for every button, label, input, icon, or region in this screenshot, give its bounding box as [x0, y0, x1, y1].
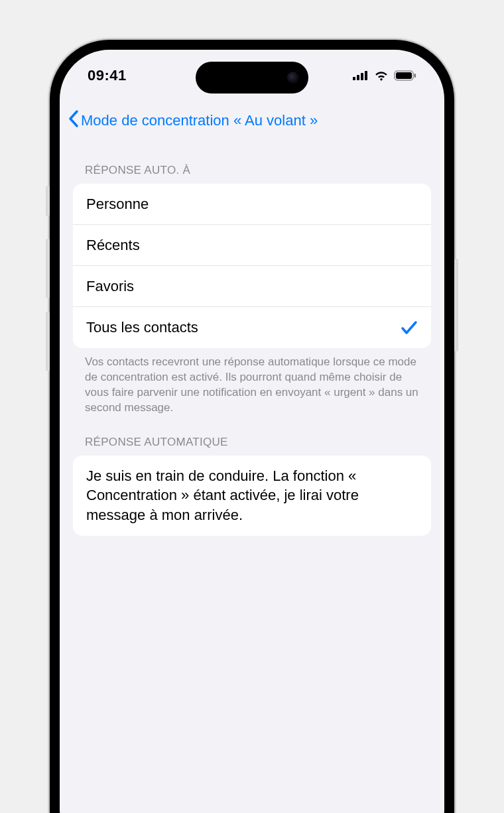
volume-up-button: [46, 239, 50, 298]
option-personne[interactable]: Personne: [73, 184, 431, 225]
status-time: 09:41: [88, 67, 127, 84]
silent-switch: [46, 186, 50, 216]
back-label: Mode de concentration « Au volant »: [81, 112, 318, 129]
section-header-reply-to: RÉPONSE AUTO. À: [73, 149, 431, 184]
section-header-auto-reply: RÉPONSE AUTOMATIQUE: [73, 421, 431, 456]
volume-down-button: [46, 312, 50, 371]
iphone-frame: 09:41: [50, 40, 454, 813]
back-button[interactable]: Mode de concentration « Au volant »: [68, 109, 318, 132]
stage: 09:41: [0, 0, 504, 813]
section-footer-reply-to: Vos contacts recevront une réponse autom…: [73, 348, 431, 421]
option-tous-les-contacts[interactable]: Tous les contacts: [73, 307, 431, 348]
svg-rect-5: [396, 72, 412, 79]
screen: 09:41: [60, 50, 444, 813]
svg-rect-0: [353, 77, 355, 80]
content: RÉPONSE AUTO. À Personne Récents Favoris…: [60, 149, 444, 813]
chevron-left-icon: [68, 109, 81, 132]
wifi-icon: [374, 70, 389, 81]
checkmark-icon: [401, 320, 418, 336]
option-recents[interactable]: Récents: [73, 225, 431, 266]
battery-icon: [394, 70, 416, 81]
option-favoris[interactable]: Favoris: [73, 266, 431, 307]
option-label: Favoris: [86, 278, 134, 295]
option-label: Tous les contacts: [86, 319, 198, 336]
side-button: [454, 259, 458, 351]
option-label: Personne: [86, 196, 149, 213]
option-label: Récents: [86, 237, 140, 254]
svg-rect-2: [361, 73, 363, 80]
status-indicators: [353, 70, 416, 81]
cellular-icon: [353, 71, 369, 80]
svg-rect-6: [414, 74, 416, 78]
svg-rect-3: [365, 71, 367, 80]
reply-to-group: Personne Récents Favoris Tous les contac…: [73, 184, 431, 348]
auto-reply-message[interactable]: Je suis en train de conduire. La fonctio…: [73, 456, 431, 536]
dynamic-island: [196, 62, 308, 94]
nav-bar: Mode de concentration « Au volant »: [60, 101, 444, 140]
svg-rect-1: [357, 75, 359, 80]
camera-lens: [287, 72, 299, 84]
